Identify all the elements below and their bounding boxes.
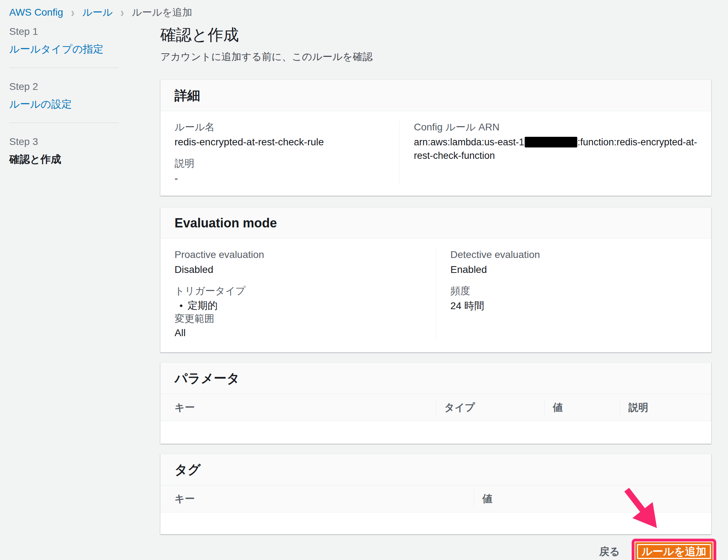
- parameters-col-type: タイプ: [436, 401, 544, 414]
- chevron-right-icon: ›: [71, 5, 74, 20]
- step-2-number: Step 2: [9, 81, 119, 93]
- tags-col-key: キー: [160, 492, 474, 506]
- parameters-card-header: パラメータ: [160, 363, 711, 394]
- redacted-account-id-bar: [525, 137, 577, 147]
- rule-name-field: ルール名 redis-encrypted-at-rest-check-rule: [175, 121, 385, 149]
- step-3: Step 3 確認と作成: [9, 136, 119, 166]
- parameters-empty-row: [160, 421, 711, 444]
- rule-name-value: redis-encrypted-at-rest-check-rule: [175, 135, 385, 149]
- chevron-right-icon: ›: [121, 5, 124, 20]
- wizard-step-nav: Step 1 ルールタイプの指定 Step 2 ルールの設定 Step 3 確認…: [9, 26, 119, 166]
- step-2: Step 2 ルールの設定: [9, 81, 119, 111]
- page-subtitle: アカウントに追加する前に、このルールを確認: [160, 50, 711, 63]
- add-rule-button[interactable]: ルールを追加: [635, 542, 713, 560]
- trigger-type-item-text: 定期的: [188, 298, 218, 313]
- proactive-evaluation-field: Proactive evaluation Disabled: [175, 249, 422, 276]
- scope-field: 変更範囲 All: [175, 313, 422, 340]
- tags-card-header: タグ: [160, 454, 711, 485]
- parameters-card: パラメータ キー タイプ 値 説明: [160, 362, 711, 444]
- details-right-column: Config ルール ARN arn:aws:lambda:us-east-1:…: [399, 121, 711, 185]
- scope-label: 変更範囲: [175, 313, 422, 325]
- frequency-field: 頻度 24 時間: [450, 285, 697, 313]
- proactive-evaluation-label: Proactive evaluation: [175, 249, 422, 261]
- tags-card-title: タグ: [175, 462, 697, 477]
- tags-table-header: キー 値: [160, 485, 711, 512]
- parameters-table-header: キー タイプ 値 説明: [160, 394, 711, 421]
- parameters-card-title: パラメータ: [175, 371, 697, 386]
- details-card-header: 詳細: [160, 80, 711, 111]
- details-card-title: 詳細: [175, 88, 697, 103]
- frequency-value: 24 時間: [450, 299, 697, 313]
- annotation-highlight-ring: ルールを追加: [632, 539, 716, 560]
- detective-evaluation-value: Enabled: [450, 263, 697, 276]
- evaluation-card-title: Evaluation mode: [175, 216, 697, 230]
- description-label: 説明: [175, 157, 385, 169]
- step-3-current-label: 確認と作成: [9, 153, 119, 166]
- tags-col-value: 値: [474, 492, 711, 506]
- detective-evaluation-field: Detective evaluation Enabled: [450, 249, 697, 276]
- tags-card: タグ キー 値: [160, 454, 711, 534]
- step-1: Step 1 ルールタイプの指定: [9, 26, 119, 55]
- trigger-type-label: トリガータイプ: [175, 285, 422, 297]
- evaluation-card-header: Evaluation mode: [160, 208, 711, 239]
- parameters-col-key: キー: [160, 401, 436, 414]
- details-card-body: ルール名 redis-encrypted-at-rest-check-rule …: [160, 111, 711, 196]
- aws-config-review-page: { "breadcrumb": { "items": ["AWS Config"…: [0, 0, 728, 560]
- arn-line-2: rest-check-function: [414, 149, 697, 162]
- description-field: 説明 -: [175, 157, 385, 185]
- step-divider: [9, 123, 119, 123]
- breadcrumb-link-rules[interactable]: ルール: [82, 6, 112, 19]
- details-card: 詳細 ルール名 redis-encrypted-at-rest-check-ru…: [160, 80, 711, 196]
- back-button[interactable]: 戻る: [599, 545, 620, 558]
- tags-empty-row: [160, 512, 711, 534]
- wizard-footer-actions: 戻る ルールを追加: [160, 539, 711, 560]
- parameters-col-description: 説明: [620, 401, 711, 414]
- step-divider: [9, 68, 119, 68]
- step-1-link[interactable]: ルールタイプの指定: [9, 43, 103, 55]
- detective-evaluation-label: Detective evaluation: [450, 249, 697, 261]
- config-rule-arn-label: Config ルール ARN: [414, 121, 697, 133]
- step-2-link[interactable]: ルールの設定: [9, 98, 72, 111]
- scope-value: All: [175, 326, 422, 340]
- details-left-column: ルール名 redis-encrypted-at-rest-check-rule …: [160, 121, 399, 185]
- trigger-type-field: トリガータイプ • 定期的: [175, 285, 422, 313]
- description-value: -: [175, 172, 385, 185]
- parameters-col-value: 値: [544, 401, 620, 414]
- bullet-icon: •: [180, 298, 183, 313]
- config-rule-arn-value: arn:aws:lambda:us-east-1:function:redis-…: [414, 135, 697, 162]
- config-rule-arn-field: Config ルール ARN arn:aws:lambda:us-east-1:…: [414, 121, 697, 162]
- step-3-number: Step 3: [9, 136, 119, 148]
- evaluation-right-column: Detective evaluation Enabled 頻度 24 時間: [436, 249, 711, 340]
- proactive-evaluation-value: Disabled: [175, 263, 422, 276]
- evaluation-mode-card: Evaluation mode Proactive evaluation Dis…: [160, 207, 711, 352]
- evaluation-left-column: Proactive evaluation Disabled トリガータイプ • …: [160, 249, 436, 340]
- arn-line-1: arn:aws:lambda:us-east-1:function:redis-…: [414, 135, 697, 149]
- evaluation-card-body: Proactive evaluation Disabled トリガータイプ • …: [160, 239, 711, 352]
- rule-name-label: ルール名: [175, 121, 385, 133]
- trigger-type-item: • 定期的: [175, 298, 422, 313]
- main-content: 確認と作成 アカウントに追加する前に、このルールを確認 詳細 ルール名 redi…: [160, 0, 711, 560]
- step-1-number: Step 1: [9, 26, 119, 38]
- page-title: 確認と作成: [160, 26, 711, 44]
- frequency-label: 頻度: [450, 285, 697, 297]
- breadcrumb-link-aws-config[interactable]: AWS Config: [9, 7, 63, 18]
